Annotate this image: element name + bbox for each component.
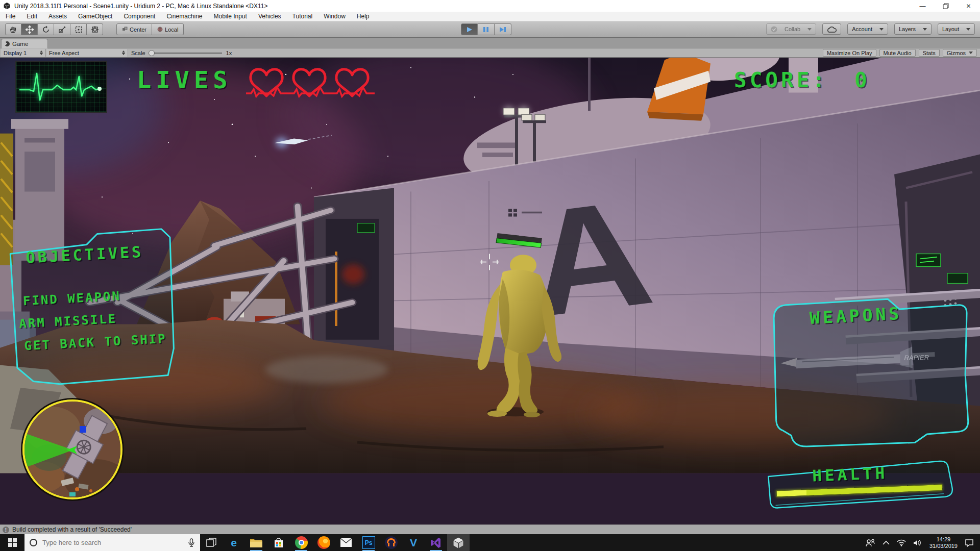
- weapons-panel: WEAPONS RAPIER: [760, 292, 975, 450]
- move-tool-button[interactable]: [21, 23, 38, 35]
- collab-dropdown[interactable]: Collab: [766, 23, 816, 35]
- layout-dropdown[interactable]: Layout: [938, 23, 975, 35]
- pivot-center-button[interactable]: Center: [116, 23, 152, 35]
- rotate-tool-button[interactable]: [38, 23, 54, 35]
- menu-assets[interactable]: Assets: [43, 12, 72, 21]
- display-dropdown[interactable]: Display 1: [1, 49, 46, 57]
- menu-component[interactable]: Component: [118, 12, 161, 21]
- menu-edit[interactable]: Edit: [21, 12, 43, 21]
- minimap-objective-marker: [80, 426, 86, 433]
- score-display: SCORE: 0: [734, 68, 870, 92]
- taskbar-app-unity[interactable]: [447, 534, 470, 551]
- menu-mobile-input[interactable]: Mobile Input: [208, 12, 253, 21]
- health-panel: HEALTH: [763, 456, 958, 511]
- account-caret-icon: [879, 28, 884, 31]
- people-icon[interactable]: [865, 539, 875, 547]
- microphone-icon[interactable]: [188, 538, 195, 547]
- game-view-icon: [4, 40, 11, 47]
- scale-label: Scale: [131, 50, 145, 56]
- menu-cinemachine[interactable]: Cinemachine: [161, 12, 208, 21]
- menu-file[interactable]: File: [0, 12, 21, 21]
- aspect-dropdown-label: Free Aspect: [49, 50, 79, 56]
- game-tab-label: Game: [12, 41, 28, 47]
- tab-game[interactable]: Game: [1, 39, 48, 48]
- firefox-icon: [317, 536, 330, 549]
- taskbar-app-mail[interactable]: [335, 534, 357, 551]
- step-icon: [499, 27, 506, 33]
- taskbar-clock[interactable]: 14:29 31/03/2019: [929, 536, 958, 549]
- menu-gameobject[interactable]: GameObject: [72, 12, 118, 21]
- title-bar: Unity 2018.3.11f1 Personal - Scene1.unit…: [0, 0, 980, 12]
- layout-label: Layout: [942, 26, 959, 32]
- play-icon: [466, 27, 473, 33]
- layers-label: Layers: [899, 26, 916, 32]
- menu-help[interactable]: Help: [351, 12, 375, 21]
- menu-tutorial[interactable]: Tutorial: [287, 12, 318, 21]
- menu-window[interactable]: Window: [318, 12, 351, 21]
- rect-tool-button[interactable]: [70, 23, 87, 35]
- tray-expand-icon[interactable]: [883, 540, 890, 545]
- restore-button[interactable]: [934, 0, 957, 12]
- pause-button[interactable]: [478, 23, 495, 35]
- cloud-button[interactable]: [822, 23, 841, 35]
- gizmos-label: Gizmos: [947, 50, 966, 56]
- unity-taskbar-icon: [452, 537, 464, 549]
- minimize-button[interactable]: —: [911, 0, 934, 12]
- collab-caret-icon: [807, 28, 812, 31]
- mute-audio-button[interactable]: Mute Audio: [879, 49, 916, 57]
- gizmos-dropdown[interactable]: Gizmos: [943, 49, 977, 57]
- status-bar[interactable]: ! Build completed with a result of 'Succ…: [0, 524, 980, 534]
- layers-dropdown[interactable]: Layers: [894, 23, 932, 35]
- display-updown-icon: [40, 51, 43, 55]
- minimap: [22, 399, 122, 499]
- wifi-icon[interactable]: [897, 539, 906, 546]
- move-icon: [26, 26, 34, 34]
- scale-tool-button[interactable]: [54, 23, 70, 35]
- ekg-trace-icon: [16, 62, 106, 112]
- search-input[interactable]: [42, 539, 170, 546]
- hand-tool-button[interactable]: [5, 23, 21, 35]
- heartbeat-monitor: [15, 61, 107, 113]
- taskbar-app-firefox[interactable]: [312, 534, 335, 551]
- game-viewport[interactable]: A: [0, 58, 980, 524]
- taskbar-app-chrome[interactable]: [290, 534, 312, 551]
- taskbar-search[interactable]: [24, 534, 200, 551]
- scale-slider-knob[interactable]: [149, 50, 155, 56]
- account-dropdown[interactable]: Account: [847, 23, 888, 35]
- photoshop-icon: Ps: [362, 536, 375, 549]
- start-button[interactable]: [0, 534, 24, 551]
- play-button[interactable]: [461, 23, 478, 35]
- aspect-updown-icon: [122, 51, 125, 55]
- cloud-icon: [827, 26, 837, 33]
- step-button[interactable]: [495, 23, 511, 35]
- taskbar-app-v-player[interactable]: V: [402, 534, 425, 551]
- aspect-dropdown[interactable]: Free Aspect: [46, 49, 128, 57]
- taskbar-app-audacity[interactable]: [380, 534, 402, 551]
- scale-value: 1x: [226, 50, 232, 56]
- action-center-icon[interactable]: [965, 539, 974, 547]
- taskbar-app-photoshop[interactable]: Ps: [357, 534, 380, 551]
- close-button[interactable]: ✕: [957, 0, 980, 12]
- taskbar-app-edge[interactable]: e: [223, 534, 245, 551]
- window-title: Unity 2018.3.11f1 Personal - Scene1.unit…: [14, 3, 268, 10]
- cortana-icon: [30, 539, 37, 546]
- task-view-button[interactable]: [200, 534, 223, 551]
- local-rotation-icon: [157, 27, 163, 32]
- volume-icon[interactable]: [913, 539, 922, 546]
- taskbar-app-visual-studio[interactable]: [425, 534, 447, 551]
- taskbar-app-store[interactable]: [267, 534, 290, 551]
- stats-button[interactable]: Stats: [919, 49, 940, 57]
- maximize-on-play-button[interactable]: Maximize On Play: [823, 49, 876, 57]
- health-panel-outline: [763, 456, 958, 511]
- scale-slider[interactable]: [150, 53, 222, 54]
- edge-icon: e: [231, 537, 237, 549]
- taskbar-app-file-explorer[interactable]: [245, 534, 267, 551]
- transform-tool-button[interactable]: [87, 23, 103, 35]
- menu-bar: File Edit Assets GameObject Component Ci…: [0, 12, 980, 21]
- tab-row: Game: [0, 38, 980, 48]
- windows-taskbar: e Ps: [0, 534, 980, 551]
- menu-vehicles[interactable]: Vehicles: [253, 12, 287, 21]
- file-explorer-icon: [250, 537, 263, 548]
- mute-audio-label: Mute Audio: [884, 50, 912, 56]
- rotation-local-button[interactable]: Local: [152, 23, 184, 35]
